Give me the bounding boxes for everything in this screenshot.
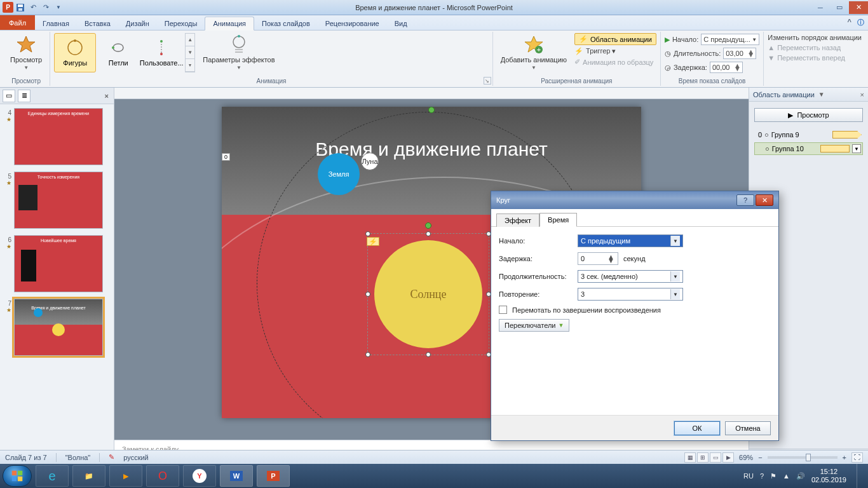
delay-spinner[interactable]: 0 ▲▼ — [578, 252, 618, 265]
rotate-handle[interactable] — [425, 222, 431, 229]
zoom-slider[interactable] — [768, 456, 837, 459]
gallery-item-custom[interactable]: Пользовате... — [140, 33, 182, 72]
tray-clock[interactable]: 15:12 02.05.2019 — [811, 468, 846, 484]
delay-spin[interactable]: 00,00 ▲▼ — [710, 62, 743, 73]
rewind-checkbox[interactable] — [499, 306, 507, 314]
slide-thumbnail[interactable]: Новейшее время — [14, 235, 103, 292]
sorter-view-icon[interactable]: ⊞ — [697, 452, 709, 463]
close-pane-icon[interactable]: × — [860, 91, 864, 98]
slide-thumbnail[interactable]: Единицы измерения времени — [14, 108, 103, 165]
dropdown-icon[interactable]: ▼ — [670, 236, 680, 246]
moon-shape[interactable]: Луна — [361, 152, 379, 170]
resize-handle[interactable] — [365, 352, 370, 357]
redo-icon[interactable]: ↷ — [40, 2, 51, 13]
switches-toggle-button[interactable]: Переключатели ▼ — [499, 319, 569, 332]
item-dropdown-icon[interactable]: ▼ — [852, 144, 861, 153]
tab-animation[interactable]: Анимация — [205, 17, 254, 30]
tray-network-icon[interactable]: ▲ — [783, 472, 790, 480]
reading-view-icon[interactable]: ▭ — [710, 452, 721, 463]
earth-shape[interactable]: Земля — [318, 153, 360, 195]
animation-item[interactable]: 0 ○ Группа 9 — [754, 128, 863, 141]
tab-review[interactable]: Рецензирование — [318, 17, 387, 30]
task-media[interactable]: ▶ — [109, 465, 142, 487]
start-combo[interactable]: С предыдущ... ▼ — [701, 34, 759, 45]
dropdown-icon[interactable]: ▼ — [670, 271, 680, 281]
dropdown-icon[interactable]: ▼ — [670, 289, 680, 299]
resize-handle[interactable] — [365, 292, 370, 297]
gallery-item-loops[interactable]: Петли — [97, 33, 139, 72]
duration-combo[interactable]: 3 сек. (медленно) ▼ — [578, 270, 683, 283]
dialog-close-button[interactable]: ✕ — [756, 194, 773, 206]
horizontal-ruler[interactable] — [114, 88, 749, 99]
pin-icon[interactable]: ▼ — [818, 91, 825, 98]
tab-insert[interactable]: Вставка — [77, 17, 118, 30]
save-icon[interactable] — [15, 2, 26, 13]
tab-slideshow[interactable]: Показ слайдов — [254, 17, 318, 30]
animation-pane-button[interactable]: ⚡ Область анимации — [574, 33, 656, 45]
dialog-titlebar[interactable]: Круг ? ✕ — [491, 191, 778, 209]
animation-tag[interactable]: 0 — [222, 153, 230, 161]
resize-handle[interactable] — [426, 231, 431, 236]
effect-options-button[interactable]: Параметры эффектов ▼ — [199, 33, 278, 72]
task-powerpoint[interactable]: P — [257, 465, 290, 487]
fit-to-window-icon[interactable]: ⛶ — [851, 452, 863, 463]
close-button[interactable]: ✕ — [849, 1, 868, 14]
thumbnails-close-icon[interactable]: × — [102, 92, 111, 100]
preview-button[interactable]: Просмотр ▼ — [6, 33, 46, 72]
repeat-combo[interactable]: 3 ▼ — [578, 288, 683, 301]
timeline-bar[interactable] — [820, 145, 850, 152]
duration-spin[interactable]: 03,00 ▲▼ — [723, 48, 756, 59]
task-word[interactable]: W — [220, 465, 253, 487]
tray-help-icon[interactable]: ? — [760, 472, 764, 480]
tab-effect[interactable]: Эффект — [496, 214, 539, 227]
gallery-item-figures[interactable]: Фигуры — [54, 33, 96, 72]
slide-thumbnail-selected[interactable]: Время и движение планет — [14, 299, 103, 356]
ribbon-minimize-icon[interactable]: ^ — [848, 18, 851, 25]
gallery-down-icon[interactable]: ▼ — [186, 46, 194, 59]
zoom-level[interactable]: 69% — [739, 454, 753, 461]
tab-design[interactable]: Дизайн — [118, 17, 157, 30]
restore-button[interactable]: ▭ — [830, 1, 849, 14]
sun-shape[interactable]: Солнце — [374, 240, 482, 348]
tab-transitions[interactable]: Переходы — [157, 17, 205, 30]
app-icon[interactable]: P — [3, 2, 13, 13]
language-label[interactable]: русский — [123, 454, 148, 461]
tray-flag-icon[interactable]: ⚑ — [770, 472, 776, 480]
help-icon[interactable]: ⓘ — [857, 18, 864, 27]
animation-tag-sun[interactable]: ⚡ — [367, 237, 379, 246]
zoom-in-icon[interactable]: + — [843, 454, 846, 461]
zoom-out-icon[interactable]: − — [758, 454, 762, 461]
add-animation-button[interactable]: + Добавить анимацию ▼ — [497, 33, 571, 72]
tray-volume-icon[interactable]: 🔊 — [796, 472, 805, 480]
gallery-up-icon[interactable]: ▲ — [186, 34, 194, 46]
gallery-scroll[interactable]: ▲ ▼ ▾ — [185, 33, 195, 72]
play-button[interactable]: ▶ Просмотр — [754, 108, 863, 122]
timeline-bar[interactable] — [832, 131, 862, 139]
undo-icon[interactable]: ↶ — [27, 2, 39, 13]
dialog-help-button[interactable]: ? — [736, 194, 754, 206]
normal-view-icon[interactable]: ▦ — [684, 452, 696, 463]
task-explorer[interactable]: 📁 — [72, 465, 105, 487]
tab-home[interactable]: Главная — [35, 17, 77, 30]
group-launcher-icon[interactable]: ↘ — [484, 77, 491, 85]
tab-time[interactable]: Время — [539, 213, 577, 227]
slide-thumbnail[interactable]: Точность измерения — [14, 172, 103, 229]
path-start-handle[interactable] — [428, 107, 435, 113]
tray-lang[interactable]: RU — [743, 472, 754, 480]
slideshow-view-icon[interactable]: ▶ — [722, 452, 734, 463]
thumbnails-list[interactable]: 4★ Единицы измерения времени 5★ Точность… — [0, 104, 114, 464]
ok-button[interactable]: ОК — [674, 421, 720, 435]
gallery-more-icon[interactable]: ▾ — [186, 59, 194, 72]
minimize-button[interactable]: ─ — [811, 1, 830, 14]
cancel-button[interactable]: Отмена — [725, 421, 771, 435]
task-yandex[interactable]: Y — [183, 465, 216, 487]
trigger-button[interactable]: ⚡ Триггер ▾ — [574, 46, 656, 56]
show-desktop-button[interactable] — [857, 464, 863, 488]
start-button[interactable] — [3, 465, 32, 487]
animation-item-selected[interactable]: ○ Группа 10 ▼ — [754, 142, 863, 155]
spellcheck-icon[interactable]: ✎ — [109, 453, 114, 461]
slides-tab[interactable]: ≣ — [18, 90, 31, 102]
start-combo[interactable]: С предыдущим ▼ — [578, 234, 683, 247]
resize-handle[interactable] — [365, 231, 370, 236]
task-ie[interactable]: e — [36, 465, 69, 487]
